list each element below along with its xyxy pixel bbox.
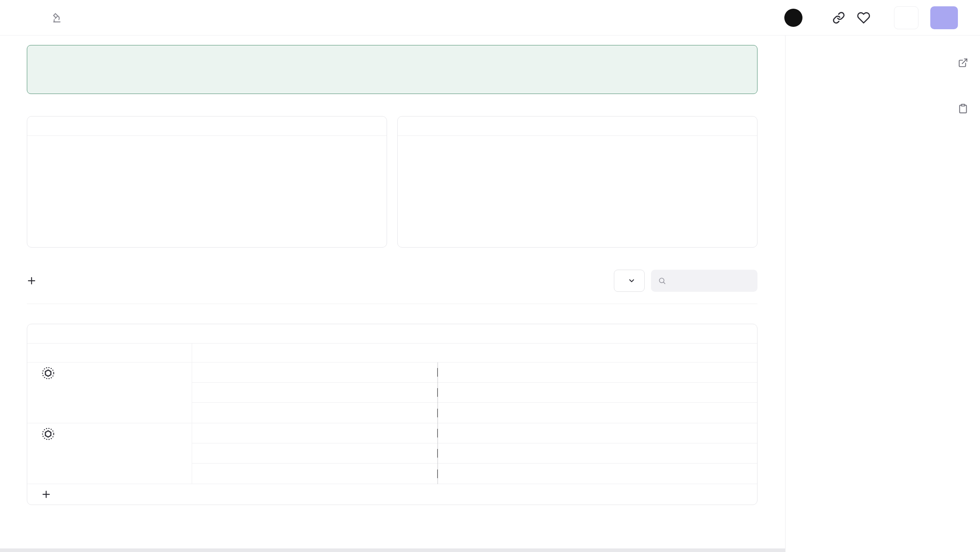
variant-row [797, 202, 968, 224]
legend-item [413, 184, 426, 191]
primary-metrics-card [27, 324, 757, 505]
detail-row [797, 97, 968, 120]
treatment-value [386, 443, 437, 463]
details-section [797, 51, 968, 120]
ci-chart-cell [437, 423, 757, 443]
metric-group [27, 362, 757, 423]
variant-swatch [197, 409, 203, 417]
treatment-value [386, 464, 437, 484]
variant-swatch [197, 430, 203, 437]
table-row[interactable] [192, 403, 757, 423]
variant-row [797, 157, 968, 179]
plus-icon [27, 276, 36, 285]
primary-metrics-title [27, 324, 757, 344]
control-value [329, 443, 386, 463]
ci-chart-cell [437, 362, 757, 382]
saved-button[interactable] [930, 6, 958, 29]
table-row[interactable] [192, 362, 757, 383]
lift-cell [277, 403, 329, 423]
lift-cell [277, 362, 329, 382]
detail-row [797, 51, 968, 74]
ci-center-tick [437, 429, 438, 437]
metric-cell[interactable] [27, 362, 192, 423]
cancel-button[interactable] [894, 6, 918, 29]
search-icon [658, 275, 666, 286]
ruler [437, 344, 757, 362]
breadcrumb [22, 12, 62, 23]
health-stacked-area-chart [509, 148, 747, 217]
lift-cell [277, 464, 329, 484]
legend-swatch [413, 151, 420, 158]
variant-swatch [804, 210, 811, 216]
bottom-scrollbar-track[interactable] [0, 548, 785, 552]
results-toolbar [27, 270, 757, 292]
ci-center-tick [437, 388, 438, 397]
table-header [27, 344, 757, 362]
plus-icon [41, 490, 51, 499]
lift-cell [277, 423, 329, 443]
link-icon[interactable] [832, 11, 845, 24]
treatment-value [386, 403, 437, 423]
legend-swatch [413, 167, 420, 174]
treatment-value [386, 383, 437, 402]
variant-swatch [804, 142, 811, 149]
analysis-section [797, 238, 968, 307]
legend-item [413, 201, 426, 207]
ci-center-tick [437, 469, 438, 478]
ci-center-tick [437, 368, 438, 377]
external-link-icon[interactable] [958, 58, 968, 68]
hypothesis-card [27, 116, 387, 248]
metric-group [27, 423, 757, 484]
add-filter-button[interactable] [27, 276, 42, 285]
search-metrics-box[interactable] [651, 270, 757, 292]
legend-item [413, 151, 426, 158]
goal-icon [41, 366, 55, 380]
variant-row [797, 179, 968, 202]
analysis-row [797, 238, 968, 261]
table-row[interactable] [192, 423, 757, 443]
variant-swatch [197, 450, 203, 457]
control-value [329, 423, 386, 443]
treatment-value [386, 362, 437, 382]
detail-row [797, 74, 968, 97]
copy-clipboard-icon[interactable] [958, 103, 968, 114]
variant-swatch [804, 165, 811, 171]
top-actions [784, 6, 958, 29]
chevron-down-icon [628, 277, 636, 285]
top-bar [0, 0, 980, 36]
analysis-row [797, 284, 968, 307]
overview-cards [27, 116, 757, 248]
legend-swatch [413, 201, 420, 207]
main-content [0, 36, 785, 552]
app-window [0, 0, 980, 552]
col-metric [27, 344, 192, 362]
ci-chart-cell [437, 464, 757, 484]
control-value [329, 403, 386, 423]
ci-center-tick [437, 449, 438, 458]
add-metric-button[interactable] [27, 484, 757, 505]
table-row[interactable] [192, 464, 757, 484]
table-row[interactable] [192, 383, 757, 403]
variant-swatch [804, 187, 811, 194]
control-value [329, 464, 386, 484]
ci-chart-cell [437, 443, 757, 463]
health-chart-svg [509, 148, 747, 217]
control-value [329, 383, 386, 402]
metric-cell[interactable] [27, 423, 192, 484]
variant-swatch [197, 470, 203, 477]
health-card [397, 116, 757, 248]
goal-icon [41, 427, 55, 441]
legend-swatch [413, 184, 420, 191]
variant-swatch [197, 369, 203, 376]
table-row[interactable] [192, 443, 757, 464]
ci-chart-cell [437, 383, 757, 402]
search-metrics-input[interactable] [671, 275, 750, 287]
legend-item [413, 167, 426, 174]
lift-cell [277, 443, 329, 463]
avatar[interactable] [784, 9, 802, 27]
toolbar-divider [27, 304, 757, 304]
analysis-row [797, 261, 968, 284]
favorite-heart-icon[interactable] [857, 11, 870, 24]
variants-dropdown[interactable] [614, 270, 645, 292]
health-legend [413, 141, 426, 217]
